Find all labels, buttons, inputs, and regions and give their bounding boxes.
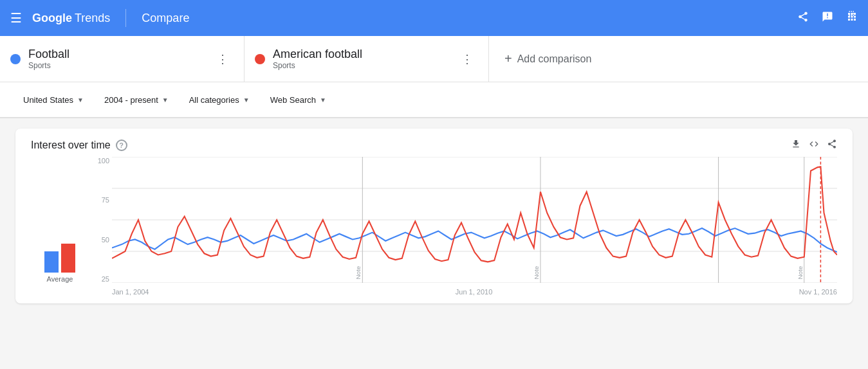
football-info: Football Sports [28, 48, 204, 70]
category-arrow-icon: ▼ [243, 96, 250, 104]
category-label: All categories [189, 95, 239, 105]
main-content: Interest over time ? [0, 118, 868, 314]
american-football-category: Sports [273, 61, 448, 70]
time-label: 2004 - present [104, 95, 158, 105]
y-label-50: 50 [102, 236, 109, 244]
svg-text:Note: Note [355, 266, 362, 280]
term-football: Football Sports ⋮ [0, 36, 245, 82]
feedback-icon[interactable] [822, 11, 833, 26]
card-title-row: Interest over time ? [31, 140, 127, 151]
header: ☰ Google Trends Compare [0, 0, 868, 36]
filters-bar: United States ▼ 2004 - present ▼ All cat… [0, 82, 868, 118]
search-type-filter[interactable]: Web Search ▼ [263, 90, 334, 110]
time-arrow-icon: ▼ [162, 96, 169, 104]
plus-icon: + [504, 51, 512, 66]
football-category: Sports [28, 61, 204, 70]
interest-over-time-card: Interest over time ? [15, 129, 853, 303]
x-label-2010: Jun 1, 2010 [456, 288, 493, 296]
header-compare-label: Compare [142, 12, 189, 25]
football-more-icon[interactable]: ⋮ [212, 47, 234, 71]
avg-bar-football [44, 251, 59, 273]
region-arrow-icon: ▼ [77, 96, 84, 104]
average-label: Average [47, 275, 73, 283]
logo: Google Trends [32, 12, 110, 25]
embed-icon[interactable] [809, 139, 819, 152]
header-actions [797, 11, 858, 26]
average-bars [44, 234, 75, 273]
header-divider [125, 9, 126, 27]
card-header: Interest over time ? [31, 139, 837, 152]
chart-left: Average [31, 157, 89, 298]
y-axis: 100 75 50 25 [89, 157, 112, 283]
x-label-2016: Nov 1, 2016 [799, 288, 837, 296]
term-american-football: American football Sports ⋮ [245, 36, 489, 82]
search-type-arrow-icon: ▼ [320, 96, 326, 104]
menu-icon[interactable]: ☰ [10, 10, 22, 26]
chart-svg-wrapper: Note Note Note [112, 157, 837, 283]
card-title: Interest over time [31, 140, 111, 151]
logo-trends: Trends [75, 12, 110, 25]
time-filter[interactable]: 2004 - present ▼ [97, 90, 176, 110]
svg-text:Note: Note [533, 266, 540, 280]
download-icon[interactable] [791, 139, 801, 152]
american-football-more-icon[interactable]: ⋮ [456, 47, 478, 71]
american-football-name: American football [273, 48, 448, 61]
card-actions [791, 139, 837, 152]
football-name: Football [28, 48, 204, 61]
american-football-dot [255, 54, 265, 64]
apps-icon[interactable] [846, 11, 858, 26]
add-comparison-btn[interactable]: + Add comparison [489, 36, 868, 82]
y-label-25: 25 [102, 275, 109, 283]
chart-svg: Note Note Note [112, 157, 837, 283]
region-label: United States [23, 95, 73, 105]
chart-right: 100 75 50 25 [89, 157, 837, 298]
avg-bar-american-football [61, 244, 75, 273]
info-icon[interactable]: ? [116, 140, 127, 151]
chart-container: Average 100 75 50 25 [31, 157, 837, 298]
search-bar: Football Sports ⋮ American football Spor… [0, 36, 868, 82]
add-comparison-label: Add comparison [517, 53, 592, 65]
x-label-2004: Jan 1, 2004 [112, 288, 149, 296]
y-label-100: 100 [98, 157, 109, 165]
x-axis: Jan 1, 2004 Jun 1, 2010 Nov 1, 2016 [112, 285, 837, 298]
y-label-75: 75 [102, 196, 109, 204]
region-filter[interactable]: United States ▼ [15, 90, 91, 110]
category-filter[interactable]: All categories ▼ [181, 90, 257, 110]
svg-text:Note: Note [797, 266, 804, 280]
american-football-info: American football Sports [273, 48, 448, 70]
logo-google: Google [32, 12, 72, 25]
football-dot [10, 54, 21, 64]
share-icon[interactable] [797, 11, 809, 26]
search-type-label: Web Search [270, 95, 316, 105]
share-chart-icon[interactable] [827, 139, 837, 152]
